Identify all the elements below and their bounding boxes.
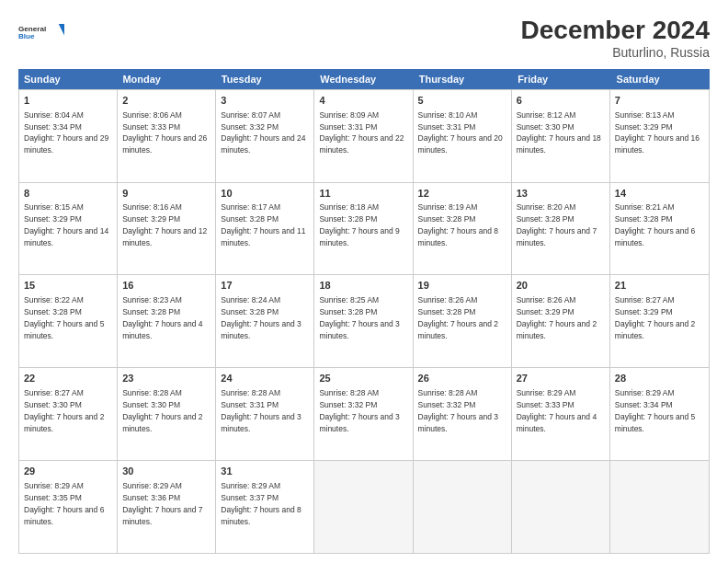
calendar-cell: 11Sunrise: 8:18 AM Sunset: 3:28 PM Dayli… bbox=[314, 183, 413, 275]
day-number: 2 bbox=[122, 94, 210, 108]
day-info: Sunrise: 8:15 AM Sunset: 3:29 PM Dayligh… bbox=[24, 202, 108, 247]
day-info: Sunrise: 8:29 AM Sunset: 3:34 PM Dayligh… bbox=[615, 388, 695, 433]
day-number: 10 bbox=[221, 187, 309, 201]
day-info: Sunrise: 8:27 AM Sunset: 3:30 PM Dayligh… bbox=[24, 388, 104, 433]
day-info: Sunrise: 8:26 AM Sunset: 3:28 PM Dayligh… bbox=[418, 295, 498, 340]
day-info: Sunrise: 8:26 AM Sunset: 3:29 PM Dayligh… bbox=[517, 295, 597, 340]
calendar-header-cell: Tuesday bbox=[216, 69, 314, 89]
header: General Blue December 2024 Buturlino, Ru… bbox=[18, 17, 710, 60]
day-number: 6 bbox=[517, 94, 605, 108]
day-info: Sunrise: 8:16 AM Sunset: 3:29 PM Dayligh… bbox=[122, 202, 207, 247]
calendar-cell-empty bbox=[610, 461, 709, 553]
page: General Blue December 2024 Buturlino, Ru… bbox=[0, 0, 728, 563]
calendar-header-cell: Saturday bbox=[611, 69, 710, 89]
calendar-cell-empty bbox=[314, 461, 413, 553]
logo-svg: General Blue bbox=[18, 17, 64, 50]
calendar-cell: 21Sunrise: 8:27 AM Sunset: 3:29 PM Dayli… bbox=[610, 275, 709, 367]
day-number: 7 bbox=[615, 94, 704, 108]
calendar-row: 8Sunrise: 8:15 AM Sunset: 3:29 PM Daylig… bbox=[19, 182, 709, 275]
calendar-cell: 1Sunrise: 8:04 AM Sunset: 3:34 PM Daylig… bbox=[19, 90, 118, 182]
day-number: 28 bbox=[615, 372, 704, 385]
day-info: Sunrise: 8:27 AM Sunset: 3:29 PM Dayligh… bbox=[615, 295, 695, 340]
calendar-row: 15Sunrise: 8:22 AM Sunset: 3:28 PM Dayli… bbox=[19, 274, 709, 367]
calendar-cell-empty bbox=[414, 461, 512, 553]
day-info: Sunrise: 8:10 AM Sunset: 3:31 PM Dayligh… bbox=[418, 110, 503, 155]
calendar-cell: 23Sunrise: 8:28 AM Sunset: 3:30 PM Dayli… bbox=[118, 368, 216, 460]
day-number: 21 bbox=[615, 279, 704, 293]
calendar-cell: 18Sunrise: 8:25 AM Sunset: 3:28 PM Dayli… bbox=[314, 275, 413, 367]
day-info: Sunrise: 8:09 AM Sunset: 3:31 PM Dayligh… bbox=[319, 110, 404, 155]
day-info: Sunrise: 8:24 AM Sunset: 3:28 PM Dayligh… bbox=[221, 295, 301, 340]
day-info: Sunrise: 8:20 AM Sunset: 3:28 PM Dayligh… bbox=[517, 202, 597, 247]
day-info: Sunrise: 8:28 AM Sunset: 3:32 PM Dayligh… bbox=[319, 388, 399, 433]
calendar-cell: 24Sunrise: 8:28 AM Sunset: 3:31 PM Dayli… bbox=[216, 368, 314, 460]
day-number: 17 bbox=[221, 279, 309, 293]
logo: General Blue bbox=[18, 17, 64, 50]
svg-marker-2 bbox=[59, 24, 64, 36]
svg-text:Blue: Blue bbox=[18, 32, 35, 40]
day-number: 8 bbox=[24, 187, 112, 201]
day-number: 26 bbox=[418, 372, 506, 385]
calendar-cell: 16Sunrise: 8:23 AM Sunset: 3:28 PM Dayli… bbox=[118, 275, 216, 367]
calendar-cell: 6Sunrise: 8:12 AM Sunset: 3:30 PM Daylig… bbox=[512, 90, 610, 182]
day-info: Sunrise: 8:29 AM Sunset: 3:37 PM Dayligh… bbox=[221, 481, 301, 526]
calendar-cell: 25Sunrise: 8:28 AM Sunset: 3:32 PM Dayli… bbox=[314, 368, 413, 460]
calendar-row: 22Sunrise: 8:27 AM Sunset: 3:30 PM Dayli… bbox=[19, 367, 709, 460]
title-block: December 2024 Buturlino, Russia bbox=[521, 17, 710, 60]
day-number: 11 bbox=[319, 187, 407, 201]
calendar-cell: 7Sunrise: 8:13 AM Sunset: 3:29 PM Daylig… bbox=[610, 90, 709, 182]
day-number: 31 bbox=[221, 465, 309, 478]
calendar-header-cell: Wednesday bbox=[314, 69, 413, 89]
calendar-body: 1Sunrise: 8:04 AM Sunset: 3:34 PM Daylig… bbox=[18, 89, 710, 554]
day-info: Sunrise: 8:22 AM Sunset: 3:28 PM Dayligh… bbox=[24, 295, 104, 340]
day-number: 14 bbox=[615, 187, 704, 201]
day-info: Sunrise: 8:28 AM Sunset: 3:30 PM Dayligh… bbox=[122, 388, 202, 433]
calendar-cell: 26Sunrise: 8:28 AM Sunset: 3:32 PM Dayli… bbox=[414, 368, 512, 460]
day-number: 29 bbox=[24, 465, 112, 478]
calendar-header-cell: Sunday bbox=[18, 69, 117, 89]
calendar-cell: 28Sunrise: 8:29 AM Sunset: 3:34 PM Dayli… bbox=[610, 368, 709, 460]
calendar-cell: 19Sunrise: 8:26 AM Sunset: 3:28 PM Dayli… bbox=[414, 275, 512, 367]
calendar-cell: 17Sunrise: 8:24 AM Sunset: 3:28 PM Dayli… bbox=[216, 275, 314, 367]
day-number: 20 bbox=[517, 279, 605, 293]
day-info: Sunrise: 8:07 AM Sunset: 3:32 PM Dayligh… bbox=[221, 110, 305, 155]
day-number: 13 bbox=[517, 187, 605, 201]
day-info: Sunrise: 8:13 AM Sunset: 3:29 PM Dayligh… bbox=[615, 110, 700, 155]
calendar-cell: 12Sunrise: 8:19 AM Sunset: 3:28 PM Dayli… bbox=[414, 183, 512, 275]
calendar-header-cell: Thursday bbox=[414, 69, 512, 89]
day-number: 3 bbox=[221, 94, 309, 108]
day-number: 18 bbox=[319, 279, 407, 293]
calendar-header-cell: Monday bbox=[117, 69, 215, 89]
day-number: 16 bbox=[122, 279, 210, 293]
day-number: 24 bbox=[221, 372, 309, 385]
day-info: Sunrise: 8:23 AM Sunset: 3:28 PM Dayligh… bbox=[122, 295, 202, 340]
day-info: Sunrise: 8:29 AM Sunset: 3:36 PM Dayligh… bbox=[122, 481, 202, 526]
day-number: 9 bbox=[122, 187, 210, 201]
calendar-cell: 5Sunrise: 8:10 AM Sunset: 3:31 PM Daylig… bbox=[414, 90, 512, 182]
day-number: 23 bbox=[122, 372, 210, 385]
day-info: Sunrise: 8:18 AM Sunset: 3:28 PM Dayligh… bbox=[319, 202, 399, 247]
day-number: 27 bbox=[517, 372, 605, 385]
calendar-header-cell: Friday bbox=[512, 69, 610, 89]
calendar-cell: 4Sunrise: 8:09 AM Sunset: 3:31 PM Daylig… bbox=[314, 90, 413, 182]
day-info: Sunrise: 8:25 AM Sunset: 3:28 PM Dayligh… bbox=[319, 295, 399, 340]
page-subtitle: Buturlino, Russia bbox=[521, 45, 710, 60]
calendar-cell: 27Sunrise: 8:29 AM Sunset: 3:33 PM Dayli… bbox=[512, 368, 610, 460]
day-info: Sunrise: 8:17 AM Sunset: 3:28 PM Dayligh… bbox=[221, 202, 305, 247]
day-info: Sunrise: 8:04 AM Sunset: 3:34 PM Dayligh… bbox=[24, 110, 108, 155]
day-number: 1 bbox=[24, 94, 112, 108]
day-number: 12 bbox=[418, 187, 506, 201]
calendar: SundayMondayTuesdayWednesdayThursdayFrid… bbox=[18, 69, 710, 554]
calendar-cell: 14Sunrise: 8:21 AM Sunset: 3:28 PM Dayli… bbox=[610, 183, 709, 275]
day-number: 22 bbox=[24, 372, 112, 385]
calendar-cell: 10Sunrise: 8:17 AM Sunset: 3:28 PM Dayli… bbox=[216, 183, 314, 275]
calendar-row: 29Sunrise: 8:29 AM Sunset: 3:35 PM Dayli… bbox=[19, 460, 709, 553]
day-info: Sunrise: 8:29 AM Sunset: 3:33 PM Dayligh… bbox=[517, 388, 597, 433]
day-number: 15 bbox=[24, 279, 112, 293]
calendar-cell: 20Sunrise: 8:26 AM Sunset: 3:29 PM Dayli… bbox=[512, 275, 610, 367]
calendar-cell: 3Sunrise: 8:07 AM Sunset: 3:32 PM Daylig… bbox=[216, 90, 314, 182]
calendar-cell: 13Sunrise: 8:20 AM Sunset: 3:28 PM Dayli… bbox=[512, 183, 610, 275]
day-info: Sunrise: 8:12 AM Sunset: 3:30 PM Dayligh… bbox=[517, 110, 601, 155]
day-info: Sunrise: 8:06 AM Sunset: 3:33 PM Dayligh… bbox=[122, 110, 207, 155]
svg-text:General: General bbox=[18, 25, 46, 33]
